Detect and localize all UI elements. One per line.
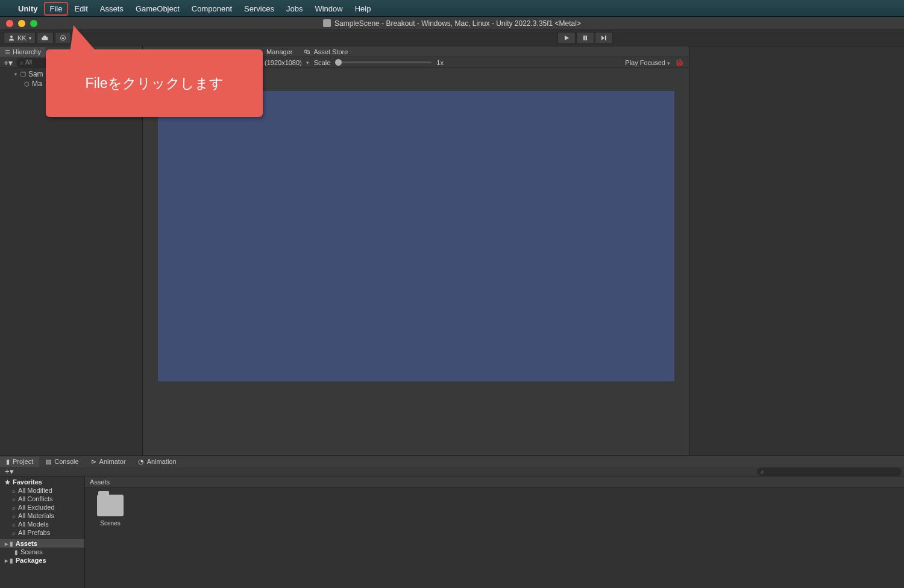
hierarchy-add-button[interactable]: +▾ (1, 58, 15, 67)
svg-point-1 (62, 37, 64, 39)
folder-icon (97, 495, 124, 516)
assets-label: Assets (16, 540, 37, 547)
asset-store-tab[interactable]: 🛍 Asset Store (298, 47, 354, 57)
account-button[interactable]: KK ▾ (4, 32, 36, 44)
asset-label: Scenes (100, 520, 120, 527)
package-manager-tab[interactable]: Manager (260, 47, 298, 57)
project-tab[interactable]: ▮ Project (0, 457, 39, 467)
animator-icon: ⊳ (91, 458, 96, 466)
hierarchy-search-placeholder: All (25, 59, 32, 66)
project-breadcrumb[interactable]: Assets (85, 477, 904, 487)
favorite-item[interactable]: ⌕All Materials (0, 511, 84, 520)
menu-help[interactable]: Help (349, 2, 377, 16)
game-canvas (158, 91, 674, 381)
search-icon: ⌕ (12, 504, 16, 511)
breadcrumb-text: Assets (90, 478, 110, 486)
scale-label: Scale (314, 59, 331, 66)
console-tab-label: Console (54, 458, 78, 465)
favorite-item[interactable]: ⌕All Models (0, 520, 84, 528)
search-icon: ⌕ (761, 468, 764, 475)
console-icon: ▤ (45, 458, 51, 466)
cloud-button[interactable] (37, 32, 54, 44)
window-titlebar: SampleScene - Breakout - Windows, Mac, L… (0, 17, 904, 30)
svg-rect-4 (605, 36, 606, 40)
svg-point-0 (10, 36, 13, 38)
menu-component[interactable]: Component (186, 2, 238, 16)
console-tab[interactable]: ▤ Console (39, 457, 84, 467)
project-tab-label: Project (13, 458, 33, 465)
step-button[interactable] (595, 32, 613, 44)
bottom-panel: ▮ Project ▤ Console ⊳ Animator ◔ Animati… (0, 455, 904, 588)
favorites-header[interactable]: ★ Favorites (0, 478, 84, 486)
assets-child[interactable]: ▮Scenes (0, 548, 84, 556)
favorite-item[interactable]: ⌕All Excluded (0, 503, 84, 511)
menu-edit[interactable]: Edit (68, 2, 93, 16)
resolution-dropdown[interactable]: (1920x1080) (265, 59, 309, 66)
bug-icon[interactable]: 🐞 (675, 58, 684, 67)
favorite-item[interactable]: ⌕All Modified (0, 486, 84, 495)
hierarchy-tree: ▼ ❐ Sam ⬡ Ma (0, 68, 142, 455)
bottom-tabbar: ▮ Project ▤ Console ⊳ Animator ◔ Animati… (0, 456, 904, 467)
package-manager-label: Manager (266, 48, 292, 55)
hierarchy-tab-label: Hierarchy (13, 48, 41, 55)
search-icon: ⌕ (12, 530, 16, 536)
window-maximize-button[interactable] (30, 20, 37, 27)
search-icon: ⌕ (12, 521, 16, 528)
favorites-label: Favorites (13, 478, 42, 486)
play-controls (557, 32, 613, 44)
project-grid: Scenes (85, 487, 904, 588)
assets-header[interactable]: ▸ ▮ Assets (0, 539, 84, 548)
expand-icon[interactable]: ▼ (13, 72, 18, 77)
callout-text: Fileをクリックします (85, 74, 223, 93)
menu-assets[interactable]: Assets (94, 2, 130, 16)
hierarchy-icon: ☰ (5, 49, 10, 55)
asset-folder[interactable]: Scenes (92, 495, 128, 527)
folder-icon: ▸ ▮ (5, 557, 13, 564)
settings-button[interactable] (55, 32, 71, 44)
svg-rect-3 (586, 36, 588, 40)
hierarchy-tab[interactable]: ☰ Hierarchy (0, 47, 46, 57)
mac-menubar: Unity File Edit Assets GameObject Compon… (0, 0, 904, 17)
menu-services[interactable]: Services (238, 2, 280, 16)
animation-tab-label: Animation (147, 458, 177, 465)
window-close-button[interactable] (6, 20, 13, 27)
svg-rect-2 (583, 36, 585, 40)
animation-icon: ◔ (138, 458, 144, 466)
unity-scene-icon: ❐ (20, 71, 26, 78)
play-mode-dropdown[interactable]: Play Focused (625, 59, 670, 66)
play-button[interactable] (557, 32, 576, 44)
favorite-item[interactable]: ⌕All Prefabs (0, 528, 84, 537)
menu-app[interactable]: Unity (12, 2, 44, 16)
menu-file[interactable]: File (44, 2, 69, 16)
unity-file-icon (323, 19, 331, 27)
search-icon: ⌕ (12, 496, 16, 502)
gameobject-icon: ⬡ (24, 81, 30, 87)
window-title: SampleScene - Breakout - Windows, Mac, L… (323, 19, 581, 28)
project-tree: ★ Favorites ⌕All Modified ⌕All Conflicts… (0, 477, 85, 588)
search-icon: ⌕ (20, 59, 24, 66)
folder-icon: ▮ (14, 549, 18, 555)
asset-store-label: Asset Store (313, 48, 348, 55)
hierarchy-gameobject-label: Ma (32, 80, 42, 88)
search-icon: ⌕ (12, 513, 16, 519)
scale-slider[interactable] (335, 61, 432, 63)
favorite-item[interactable]: ⌕All Conflicts (0, 495, 84, 503)
menu-jobs[interactable]: Jobs (280, 2, 309, 16)
scale-value: 1x (436, 59, 444, 66)
project-content: Assets Scenes (85, 477, 904, 588)
project-search[interactable]: ⌕ (757, 468, 902, 476)
hierarchy-scene-label: Sam (28, 70, 43, 78)
menu-gameobject[interactable]: GameObject (130, 2, 186, 16)
project-add-button[interactable]: +▾ (2, 467, 16, 476)
window-minimize-button[interactable] (18, 20, 25, 27)
menu-window[interactable]: Window (309, 2, 348, 16)
animation-tab[interactable]: ◔ Animation (132, 457, 183, 467)
account-label: KK (17, 34, 27, 42)
animator-tab[interactable]: ⊳ Animator (85, 457, 132, 467)
star-icon: ★ (5, 479, 10, 486)
search-icon: ⌕ (12, 487, 16, 494)
packages-header[interactable]: ▸ ▮ Packages (0, 556, 84, 565)
inspector-panel (689, 46, 904, 455)
pause-button[interactable] (576, 32, 594, 44)
folder-icon: ▮ (6, 458, 10, 466)
